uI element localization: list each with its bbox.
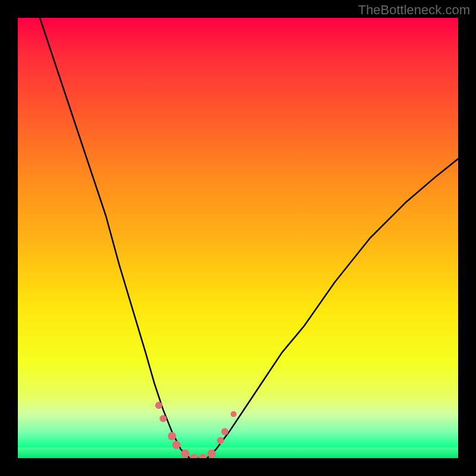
chart-svg [18, 18, 458, 458]
marker-4 [181, 450, 189, 458]
curve-layer [40, 18, 458, 458]
marker-8 [217, 437, 224, 444]
marker-9 [221, 428, 228, 436]
plot-area [18, 18, 458, 458]
series-left-curve [40, 18, 190, 458]
marker-0 [155, 402, 162, 409]
series-right-curve [207, 159, 458, 458]
marker-layer [155, 402, 237, 458]
marker-3 [172, 441, 180, 449]
marker-7 [208, 450, 216, 458]
marker-10 [231, 411, 237, 417]
marker-1 [159, 415, 167, 422]
marker-5 [190, 454, 198, 458]
marker-2 [168, 432, 176, 440]
marker-6 [199, 454, 207, 458]
watermark-text: TheBottleneck.com [358, 2, 470, 18]
chart-container: TheBottleneck.com [0, 0, 476, 476]
